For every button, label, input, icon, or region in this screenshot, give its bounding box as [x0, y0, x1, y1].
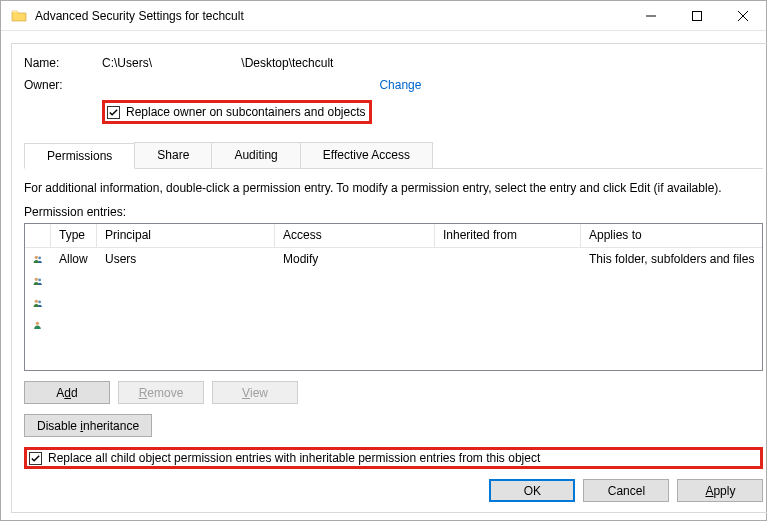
- table-row[interactable]: [25, 270, 762, 292]
- tab-auditing[interactable]: Auditing: [211, 142, 300, 168]
- replace-owner-checkbox[interactable]: [107, 106, 120, 119]
- svg-point-2: [38, 257, 41, 260]
- svg-point-1: [35, 256, 38, 259]
- owner-label: Owner:: [24, 78, 102, 92]
- change-owner-link[interactable]: Change: [379, 78, 421, 92]
- dialog-buttons: OK Cancel Apply: [24, 469, 763, 502]
- col-principal[interactable]: Principal: [97, 224, 275, 247]
- apply-button[interactable]: Apply: [677, 479, 763, 502]
- col-inherited[interactable]: Inherited from: [435, 224, 581, 247]
- replace-child-label: Replace all child object permission entr…: [48, 451, 540, 465]
- principal-icon: [25, 316, 51, 334]
- col-type[interactable]: Type: [51, 224, 97, 247]
- name-label: Name:: [24, 56, 102, 70]
- table-row[interactable]: AllowUsersModifyThis folder, subfolders …: [25, 248, 762, 270]
- svg-point-4: [38, 279, 41, 282]
- col-access[interactable]: Access: [275, 224, 435, 247]
- window-title: Advanced Security Settings for techcult: [35, 9, 628, 23]
- advanced-security-window: Advanced Security Settings for techcult …: [0, 0, 767, 521]
- svg-rect-0: [693, 11, 702, 20]
- main-panel: Name: C:\Users\ \Desktop\techcult Owner:…: [11, 43, 767, 513]
- object-path: C:\Users\ \Desktop\techcult: [102, 56, 333, 70]
- folder-icon: [11, 8, 27, 24]
- tab-share[interactable]: Share: [134, 142, 212, 168]
- col-applies[interactable]: Applies to: [581, 224, 762, 247]
- table-row[interactable]: [25, 292, 762, 314]
- tabs: Permissions Share Auditing Effective Acc…: [24, 142, 763, 169]
- list-header: Type Principal Access Inherited from App…: [25, 224, 762, 248]
- entries-label: Permission entries:: [24, 205, 763, 219]
- info-text: For additional information, double-click…: [24, 181, 763, 195]
- view-button: View: [212, 381, 298, 404]
- highlight-replace-owner: Replace owner on subcontainers and objec…: [102, 100, 372, 124]
- svg-point-6: [38, 301, 41, 304]
- tab-effective-access[interactable]: Effective Access: [300, 142, 433, 168]
- ok-button[interactable]: OK: [489, 479, 575, 502]
- svg-point-3: [35, 278, 38, 281]
- principal-icon: [25, 250, 51, 268]
- principal-icon: [25, 294, 51, 312]
- replace-owner-label: Replace owner on subcontainers and objec…: [126, 105, 365, 119]
- replace-child-checkbox[interactable]: [29, 452, 42, 465]
- highlight-replace-child: Replace all child object permission entr…: [24, 447, 763, 469]
- permission-entries-list[interactable]: Type Principal Access Inherited from App…: [24, 223, 763, 371]
- maximize-button[interactable]: [674, 1, 720, 31]
- principal-icon: [25, 272, 51, 290]
- close-button[interactable]: [720, 1, 766, 31]
- svg-point-7: [36, 322, 39, 325]
- svg-point-5: [35, 300, 38, 303]
- cancel-button[interactable]: Cancel: [583, 479, 669, 502]
- titlebar: Advanced Security Settings for techcult: [1, 1, 766, 31]
- remove-button: Remove: [118, 381, 204, 404]
- table-row[interactable]: [25, 314, 762, 336]
- tab-permissions[interactable]: Permissions: [24, 143, 135, 169]
- add-button[interactable]: Add: [24, 381, 110, 404]
- minimize-button[interactable]: [628, 1, 674, 31]
- disable-inheritance-button[interactable]: Disable inheritance: [24, 414, 152, 437]
